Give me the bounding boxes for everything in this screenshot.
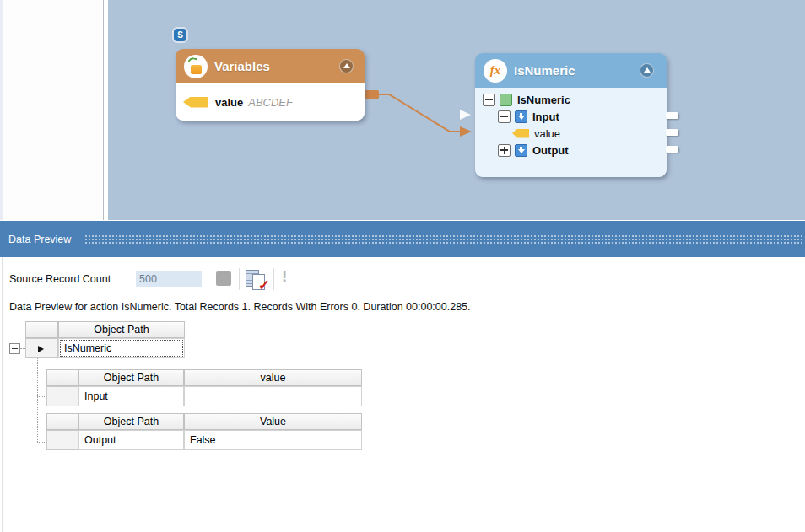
row-selector-header[interactable] (46, 369, 78, 386)
source-badge: S (174, 29, 186, 41)
grid-cell-output-value[interactable]: False (184, 430, 362, 450)
left-sidebar-panel (3, 0, 104, 220)
fx-glyph: fx (490, 63, 501, 78)
output-port[interactable] (666, 129, 678, 136)
variables-node-header[interactable]: Variables (176, 49, 365, 83)
connector-arrowhead-icon (460, 126, 472, 137)
toolbar-separator (273, 268, 274, 290)
triangle-up-icon (644, 67, 651, 73)
action-square-icon (500, 94, 512, 106)
expand-icon[interactable] (498, 144, 511, 157)
tree-label: Input (532, 110, 559, 123)
value-tag-icon (512, 129, 529, 138)
collapse-icon[interactable] (498, 110, 511, 123)
data-preview-panel: Source Record Count ✓ ! Data Preview for… (2, 257, 805, 532)
grid-cell-isnumeric[interactable]: IsNumeric (58, 338, 185, 358)
object-path-column-header[interactable]: Object Path (78, 413, 184, 430)
isnumeric-node[interactable]: fx IsNumeric IsNumeric Input value (475, 53, 667, 177)
triangle-up-icon (343, 63, 350, 68)
grid-cell-input-value[interactable] (184, 386, 362, 406)
collapse-icon[interactable] (9, 343, 20, 354)
variables-output-port[interactable] (365, 90, 379, 99)
mapping-connector-line[interactable] (379, 94, 460, 132)
tree-row-output[interactable]: Output (475, 142, 667, 159)
collapse-node-button[interactable] (339, 59, 354, 73)
isnumeric-node-body: IsNumeric Input value Output (475, 88, 667, 177)
tree-line (37, 358, 38, 442)
variables-node-body: value ABCDEF (176, 83, 365, 121)
data-preview-title: Data Preview (8, 234, 71, 245)
object-path-column-header[interactable]: Object Path (58, 321, 185, 338)
group-down-arrow-icon (515, 110, 527, 123)
variable-value: ABCDEF (248, 96, 293, 109)
tree-line (37, 442, 46, 443)
tree-row-isnumeric[interactable]: IsNumeric (475, 91, 667, 108)
variables-node[interactable]: Variables value ABCDEF (176, 49, 365, 121)
value-column-header[interactable]: Value (184, 413, 362, 430)
stop-button[interactable] (216, 271, 231, 286)
row-selector-cell[interactable] (46, 430, 78, 450)
run-preview-button[interactable]: ✓ (246, 267, 268, 291)
current-row-marker-icon (38, 346, 44, 352)
object-path-column-header[interactable]: Object Path (78, 369, 184, 386)
group-down-arrow-icon (515, 144, 527, 157)
row-selector-header[interactable] (25, 321, 58, 338)
red-check-icon: ✓ (258, 278, 270, 293)
warnings-button[interactable]: ! (282, 267, 287, 286)
value-column-header[interactable]: value (184, 369, 362, 386)
input-port-arrow-icon (460, 110, 471, 120)
function-icon: fx (484, 59, 507, 83)
mapping-canvas[interactable]: S Variables value ABCDEF fx IsNumeric (108, 0, 805, 220)
row-selector-header[interactable] (46, 413, 78, 430)
output-port[interactable] (666, 146, 678, 153)
output-port[interactable] (666, 112, 678, 119)
tree-line (37, 396, 46, 397)
variables-icon (184, 55, 208, 78)
tree-label: Output (532, 144, 569, 157)
tree-row-input[interactable]: Input (475, 108, 667, 125)
tree-label: value (534, 127, 560, 140)
grid-cell-output[interactable]: Output (78, 430, 184, 450)
row-selector-cell[interactable] (46, 386, 78, 406)
data-preview-titlebar[interactable]: Data Preview (0, 221, 805, 257)
collapse-node-button[interactable] (640, 63, 654, 78)
value-tag-icon (183, 97, 208, 108)
variables-node-title: Variables (214, 59, 270, 73)
source-record-count-label: Source Record Count (9, 273, 111, 285)
isnumeric-node-header[interactable]: fx IsNumeric (475, 53, 667, 88)
variable-name: value (215, 96, 243, 109)
collapse-icon[interactable] (483, 94, 495, 106)
toolbar-separator (208, 268, 208, 290)
row-selector-cell[interactable] (25, 338, 58, 358)
titlebar-grip-texture (84, 234, 803, 245)
toolbar-separator (239, 268, 240, 290)
preview-status-message: Data Preview for action IsNumeric. Total… (9, 301, 471, 313)
tree-label: IsNumeric (517, 94, 570, 106)
grid-cell-input[interactable]: Input (78, 386, 184, 406)
tree-row-value[interactable]: value (475, 125, 667, 142)
isnumeric-node-title: IsNumeric (514, 63, 575, 78)
source-record-count-input[interactable] (136, 271, 202, 287)
